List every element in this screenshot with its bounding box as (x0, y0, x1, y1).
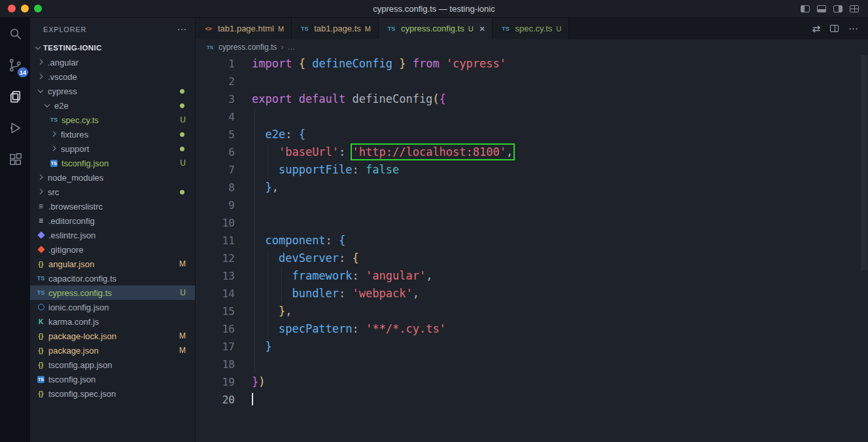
tree-item-cypress.config.ts[interactable]: TScypress.config.tsU (30, 285, 195, 300)
breadcrumb-file[interactable]: cypress.config.ts (218, 43, 277, 52)
files-icon (8, 89, 23, 104)
line-number: 14 (196, 285, 252, 303)
code-line-12[interactable]: 12 devServer: { (196, 249, 868, 267)
tree-item-.eslintrc.json[interactable]: .eslintrc.json (30, 228, 195, 242)
tree-item-.browserslistrc[interactable]: ≡.browserslistrc (30, 199, 195, 213)
tree-item-tsconfig.json[interactable]: TStsconfig.jsonU (30, 156, 195, 170)
code-line-13[interactable]: 13 framework: 'angular', (196, 267, 868, 285)
code-line-18[interactable]: 18 (196, 356, 868, 373)
code-line-17[interactable]: 17 } (196, 338, 868, 356)
toggle-primary-sidebar-icon[interactable] (801, 5, 810, 12)
code-line-2[interactable]: 2 (196, 73, 868, 90)
extensions-icon (8, 152, 23, 167)
editor-scrollbar[interactable] (861, 55, 867, 270)
tree-item-karma.conf.js[interactable]: Kkarma.conf.js (30, 314, 195, 329)
code-line-5[interactable]: 5 e2e: { (196, 126, 868, 143)
ts-file-icon: TS (500, 24, 511, 34)
tree-item-cypress[interactable]: cypress (30, 84, 195, 98)
html-file-icon: <> (203, 24, 214, 34)
code-line-10[interactable]: 10 (196, 214, 868, 232)
split-editor-icon[interactable] (830, 25, 839, 32)
tree-item-package-lock.json[interactable]: {}package-lock.jsonM (30, 329, 195, 343)
code-line-16[interactable]: 16 specPattern: '**/*.cy.ts' (196, 320, 868, 338)
tree-item-tsconfig.spec.json[interactable]: {}tsconfig.spec.json (30, 386, 195, 401)
tree-item-.editorconfig[interactable]: ≡.editorconfig (30, 213, 195, 228)
breadcrumb-more[interactable]: … (287, 43, 295, 52)
activity-extensions[interactable] (0, 143, 30, 175)
zoom-window-button[interactable] (34, 5, 42, 12)
activity-source-control[interactable]: 14 (0, 49, 30, 81)
indent-guide (254, 249, 255, 267)
tree-item-ionic.config.json[interactable]: ionic.config.json (30, 300, 195, 314)
ts-file-icon: TS (386, 24, 397, 34)
code-text: specPattern: '**/*.cy.ts' (252, 320, 446, 338)
code-line-11[interactable]: 11 component: { (196, 232, 868, 249)
highlight-annotation-box: 'http://localhost:8100', (353, 145, 513, 158)
indent-guide (281, 285, 282, 303)
activity-run-debug[interactable] (0, 112, 30, 143)
indent-guide (254, 126, 255, 143)
git-status-badge: U (180, 158, 186, 168)
editor-group: <>tab1.page.htmlMTStab1.page.tsMTScypres… (196, 18, 868, 442)
code-line-20[interactable]: 20 (196, 391, 868, 409)
json-file-icon: {} (35, 331, 46, 341)
tree-item-.vscode[interactable]: .vscode (30, 69, 195, 84)
tree-item-label: spec.cy.ts (61, 115, 99, 125)
breadcrumb-separator-icon: › (281, 43, 283, 52)
code-line-8[interactable]: 8 }, (196, 179, 868, 196)
tree-item-.gitignore[interactable]: .gitignore (30, 242, 195, 257)
minimize-window-button[interactable] (21, 5, 29, 12)
activity-explorer[interactable] (0, 81, 30, 112)
code-line-6[interactable]: 6 'baseUrl': 'http://localhost:8100', (196, 143, 868, 161)
tree-item-tsconfig.app.json[interactable]: {}tsconfig.app.json (30, 358, 195, 372)
tree-item-angular.json[interactable]: {}angular.jsonM (30, 257, 195, 271)
tree-item-package.json[interactable]: {}package.jsonM (30, 343, 195, 358)
code-line-14[interactable]: 14 bundler: 'webpack', (196, 285, 868, 303)
toggle-secondary-sidebar-icon[interactable] (833, 5, 842, 12)
customize-layout-icon[interactable] (850, 5, 859, 12)
activity-search[interactable] (0, 18, 30, 49)
tree-item-label: capacitor.config.ts (48, 274, 116, 284)
breadcrumb[interactable]: TS cypress.config.ts › … (196, 39, 868, 55)
titlebar: cypress.config.ts — testing-ionic (0, 0, 868, 18)
code-line-3[interactable]: 3export default defineConfig({ (196, 90, 868, 108)
tab-cypress.config.ts[interactable]: TScypress.config.tsU× (379, 18, 493, 39)
line-number: 9 (196, 196, 252, 214)
git-change-dot (180, 132, 184, 137)
close-tab-icon[interactable]: × (479, 23, 485, 34)
code-line-7[interactable]: 7 supportFile: false (196, 161, 868, 179)
editor-more-actions-icon[interactable]: ⋯ (848, 23, 858, 35)
code-line-9[interactable]: 9 (196, 196, 868, 214)
code-line-19[interactable]: 19}) (196, 373, 868, 391)
tree-item-label: .browserslistrc (48, 202, 103, 212)
tree-item-tsconfig.json[interactable]: TStsconfig.json (30, 372, 195, 386)
tab-tab1.page.ts[interactable]: TStab1.page.tsM (292, 18, 379, 39)
tree-item-.angular[interactable]: .angular (30, 55, 195, 69)
tree-item-spec.cy.ts[interactable]: TSspec.cy.tsU (30, 113, 195, 127)
tree-item-label: .gitignore (48, 245, 83, 255)
indent-guide (254, 196, 255, 214)
code-line-4[interactable]: 4 (196, 108, 868, 126)
tree-item-label: .eslintrc.json (48, 230, 95, 240)
json-file-icon: {} (35, 259, 46, 269)
tree-item-node_modules[interactable]: node_modules (30, 170, 195, 185)
tab-tab1.page.html[interactable]: <>tab1.page.htmlM (196, 18, 292, 39)
close-window-button[interactable] (8, 5, 16, 12)
tree-item-label: .editorconfig (48, 216, 95, 226)
tab-spec.cy.ts[interactable]: TSspec.cy.tsU (493, 18, 569, 39)
tree-item-capacitor.config.ts[interactable]: TScapacitor.config.ts (30, 271, 195, 285)
tree-item-label: package.json (48, 346, 99, 356)
tree-item-support[interactable]: support (30, 141, 195, 156)
toggle-panel-icon[interactable] (817, 5, 826, 12)
compare-changes-icon[interactable]: ⇄ (812, 23, 820, 35)
code-line-1[interactable]: 1import { defineConfig } from 'cypress' (196, 55, 868, 73)
project-root-folder[interactable]: TESTING-IONIC (30, 41, 195, 55)
line-number: 2 (196, 73, 252, 90)
indent-guide (254, 356, 255, 373)
tree-item-e2e[interactable]: e2e (30, 98, 195, 113)
code-area[interactable]: 1import { defineConfig } from 'cypress'2… (196, 55, 868, 442)
tree-item-fixtures[interactable]: fixtures (30, 127, 195, 141)
tree-item-src[interactable]: src (30, 185, 195, 199)
explorer-more-actions-button[interactable]: ⋯ (177, 24, 187, 35)
code-line-15[interactable]: 15 }, (196, 303, 868, 320)
